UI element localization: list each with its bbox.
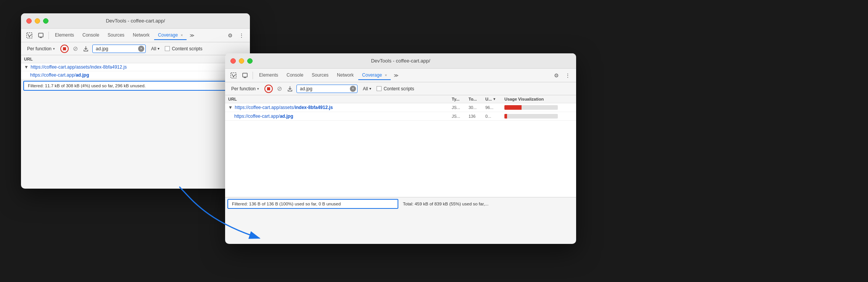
coverage-toolbar-2: Per function ▾ ⊘ × All ▾ Content scripts xyxy=(225,82,576,95)
export-button-1[interactable] xyxy=(82,45,90,53)
total-header-2: To... xyxy=(469,97,485,101)
device-icon-1[interactable] xyxy=(35,30,46,41)
tab-close-icon-1[interactable]: × xyxy=(180,33,183,37)
url-cell-2b: https://coffee-cart.app/ad.jpg xyxy=(228,114,452,119)
window-title-1: DevTools - coffee-cart.app/ xyxy=(106,18,165,24)
separator-2 xyxy=(253,72,253,79)
separator-1 xyxy=(48,32,49,39)
tab-coverage-2[interactable]: Coverage × xyxy=(358,71,391,80)
more-icon-2[interactable]: ⋮ xyxy=(562,70,573,81)
maximize-button-2[interactable] xyxy=(247,58,253,64)
stop-recording-button-2[interactable] xyxy=(264,85,273,93)
clear-button-1[interactable]: ⊘ xyxy=(71,45,79,53)
content-scripts-container-1: Content scripts xyxy=(165,46,202,51)
more-tabs-icon-2[interactable]: ≫ xyxy=(391,71,401,80)
coverage-toolbar-1: Per function ▾ ⊘ × All ▾ Content scripts xyxy=(21,42,250,55)
content-scripts-container-2: Content scripts xyxy=(377,86,414,91)
table-row-2a[interactable]: ▼ https://coffee-cart.app/assets/index-8… xyxy=(225,103,576,112)
type-cell-2b: JS... xyxy=(452,114,469,119)
url-cell-1a: ▼ https://coffee-cart.app/assets/index-8… xyxy=(24,64,247,70)
inspector-icon-1[interactable] xyxy=(24,30,35,41)
tab-network-2[interactable]: Network xyxy=(333,71,358,80)
unused-cell-2a: 96... xyxy=(485,105,504,110)
viz-cell-2a xyxy=(504,105,573,110)
unused-cell-2b: 0... xyxy=(485,114,504,119)
type-header-2: Ty... xyxy=(452,97,469,101)
search-clear-button-2[interactable]: × xyxy=(350,86,356,92)
traffic-lights-2 xyxy=(230,58,253,64)
status-area-2: Filtered: 136 B of 136 B (100%) used so … xyxy=(225,197,576,210)
search-input-1[interactable] xyxy=(92,45,146,53)
filtered-status-container: Filtered: 136 B of 136 B (100%) used so … xyxy=(225,197,401,210)
svg-rect-1 xyxy=(39,33,43,37)
export-button-2[interactable] xyxy=(286,85,294,93)
url-cell-1b: https://coffee-cart.app/ad.jpg xyxy=(24,72,247,78)
devtools-window-1: DevTools - coffee-cart.app/ Elements Con… xyxy=(21,13,250,189)
viz-cell-2b xyxy=(504,114,573,119)
chevron-down-icon-2: ▾ xyxy=(257,87,259,91)
stop-icon-1 xyxy=(63,47,66,50)
per-function-button-2[interactable]: Per function ▾ xyxy=(228,85,262,93)
tabs-toolbar-1: Elements Console Sources Network Coverag… xyxy=(21,29,250,42)
search-clear-button-1[interactable]: × xyxy=(138,46,144,52)
tab-elements-1[interactable]: Elements xyxy=(51,31,78,40)
status-text-1: Filtered: 11.7 kB of 308 kB (4%) used so… xyxy=(28,83,243,88)
stop-recording-button-1[interactable] xyxy=(60,45,69,53)
tab-console-1[interactable]: Console xyxy=(79,31,103,40)
gear-icon-1[interactable]: ⚙ xyxy=(225,30,235,41)
more-tabs-icon-1[interactable]: ≫ xyxy=(187,31,197,40)
svg-rect-4 xyxy=(243,73,247,77)
tab-coverage-1[interactable]: Coverage × xyxy=(154,31,187,40)
content-scripts-checkbox-1[interactable] xyxy=(165,46,170,51)
window-title-2: DevTools - coffee-cart.app/ xyxy=(371,58,430,64)
total-cell-2b: 136 xyxy=(469,114,485,119)
devtools-window-2: DevTools - coffee-cart.app/ Elements Con… xyxy=(225,53,576,244)
dropdown-arrow-2: ▾ xyxy=(369,87,371,91)
tab-close-icon-2[interactable]: × xyxy=(385,73,387,77)
all-dropdown-1[interactable]: All ▾ xyxy=(148,45,163,53)
table-row-2b[interactable]: https://coffee-cart.app/ad.jpg JS... 136… xyxy=(225,112,576,121)
tab-network-1[interactable]: Network xyxy=(129,31,153,40)
clear-button-2[interactable]: ⊘ xyxy=(275,85,283,93)
type-cell-2a: JS... xyxy=(452,105,469,110)
chevron-down-icon-1: ▾ xyxy=(53,47,55,51)
usage-bar-fill-2a xyxy=(504,105,522,110)
coverage-table-1: URL ▼ https://coffee-cart.app/assets/ind… xyxy=(21,55,250,79)
tab-elements-2[interactable]: Elements xyxy=(255,71,282,80)
search-input-2[interactable] xyxy=(296,85,358,93)
close-button-2[interactable] xyxy=(230,58,236,64)
total-cell-2a: 30... xyxy=(469,105,485,110)
svg-rect-5 xyxy=(244,77,246,78)
dropdown-arrow-1: ▾ xyxy=(158,46,159,51)
per-function-button-1[interactable]: Per function ▾ xyxy=(24,45,58,53)
url-header-1: URL xyxy=(24,57,247,61)
titlebar-1: DevTools - coffee-cart.app/ xyxy=(21,13,250,29)
close-button-1[interactable] xyxy=(26,18,32,24)
inspector-icon-2[interactable] xyxy=(228,70,239,81)
url-header-2: URL xyxy=(228,97,452,101)
stop-icon-2 xyxy=(267,87,270,90)
minimize-button-2[interactable] xyxy=(239,58,244,64)
viz-header-2: Usage Visualization xyxy=(504,97,573,101)
tab-console-2[interactable]: Console xyxy=(283,71,307,80)
search-container-1: × xyxy=(92,45,146,53)
device-icon-2[interactable] xyxy=(240,70,250,81)
more-icon-1[interactable]: ⋮ xyxy=(236,30,247,41)
status-bar-1: Filtered: 11.7 kB of 308 kB (4%) used so… xyxy=(23,81,248,91)
minimize-button-1[interactable] xyxy=(35,18,40,24)
status-bar-filtered-2: Filtered: 136 B of 136 B (100%) used so … xyxy=(227,199,398,209)
maximize-button-1[interactable] xyxy=(43,18,48,24)
url-cell-2a: ▼ https://coffee-cart.app/assets/index-8… xyxy=(228,105,452,110)
svg-rect-2 xyxy=(40,37,42,38)
table-row-2[interactable]: https://coffee-cart.app/ad.jpg xyxy=(21,71,250,79)
content-scripts-checkbox-2[interactable] xyxy=(377,86,382,91)
status-filtered-text-2: Filtered: 136 B of 136 B (100%) used so … xyxy=(232,202,394,206)
table-row-1[interactable]: ▼ https://coffee-cart.app/assets/index-8… xyxy=(21,63,250,71)
tab-sources-1[interactable]: Sources xyxy=(104,31,128,40)
status-total-text-2: Total: 459 kB of 839 kB (55%) used so fa… xyxy=(403,202,488,206)
tab-sources-2[interactable]: Sources xyxy=(308,71,332,80)
gear-icon-2[interactable]: ⚙ xyxy=(551,70,562,81)
table-empty-space-2 xyxy=(225,121,576,197)
all-dropdown-2[interactable]: All ▾ xyxy=(360,85,374,93)
unused-header-2: U... ▼ xyxy=(485,97,504,101)
